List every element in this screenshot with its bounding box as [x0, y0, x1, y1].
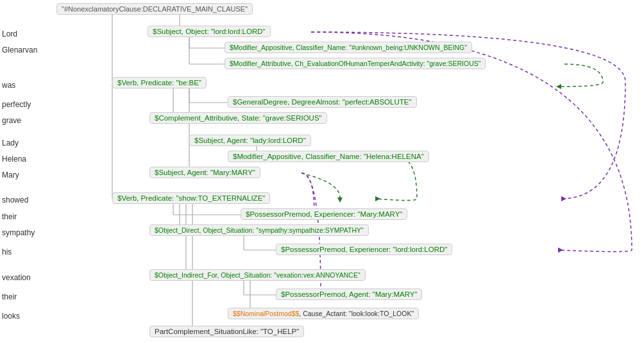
- svg-marker-64: [375, 196, 380, 201]
- svg-marker-58: [337, 197, 343, 203]
- node-nominal-post: $$NominalPostmod$$, Cause_Actant: "look:…: [228, 308, 419, 319]
- svg-marker-59: [556, 84, 561, 89]
- word-his: his: [2, 247, 12, 256]
- word-helena: Helena: [2, 155, 26, 163]
- node-mod-appos-glenarvan: $Modifier_Appositive, Classifier_Name: "…: [225, 42, 472, 53]
- svg-marker-61: [558, 247, 563, 253]
- node-mod-attr-glenarvan: $Modifier_Attributive, Ch_EvaluationOfHu…: [225, 58, 486, 69]
- word-was: was: [2, 81, 15, 90]
- node-verb-was: $Verb, Predicate: "be:BE": [112, 77, 207, 88]
- word-looks: looks: [2, 312, 20, 321]
- word-lady: Lady: [2, 138, 19, 147]
- node-subject-lord: $Subject, Object: "lord:lord:LORD": [148, 26, 271, 37]
- node-subject-lady: $Subject, Agent: "lady:lord:LORD": [189, 135, 311, 146]
- word-sympathy: sympathy: [2, 228, 35, 237]
- word-vexation: vexation: [2, 273, 31, 282]
- word-grave: grave: [2, 116, 21, 125]
- node-part-comp: PartComplement_SituationLike: "TO_HELP": [149, 326, 304, 337]
- node-poss-their2: $PossessorPremod, Agent: "Mary:MARY": [276, 289, 422, 300]
- word-mary: Mary: [2, 171, 19, 180]
- word-lord: Lord: [2, 29, 17, 38]
- word-showed: showed: [2, 196, 28, 205]
- node-obj-indirect: $Object_Indirect_For, Object_Situation: …: [149, 269, 366, 281]
- node-root: "#NonexclamatoryClause:DECLARATIVE_MAIN_…: [56, 3, 253, 15]
- node-gen-degree: $GeneralDegree, DegreeAlmost: "perfect:A…: [228, 96, 417, 108]
- word-their: their: [2, 212, 17, 221]
- node-subject-mary: $Subject, Agent: "Mary:MARY": [149, 167, 260, 178]
- node-verb-showed: $Verb, Predicate: "show:TO_EXTERNALIZE": [112, 192, 270, 204]
- word-perfectly: perfectly: [2, 100, 31, 109]
- node-mod-appos-helena: $Modifier_Appositive, Classifier_Name: "…: [228, 151, 429, 162]
- diagram: Lord Glenarvan was perfectly grave Lady …: [0, 0, 644, 343]
- node-obj-direct: $Object_Direct, Object_Situation: "sympa…: [149, 224, 369, 236]
- node-poss-his: $PossessorPremod, Experiencer: "lord:lor…: [276, 244, 452, 255]
- node-poss-their: $PossessorPremod, Experiencer: "Mary:MAR…: [241, 208, 407, 220]
- svg-marker-60: [561, 196, 566, 201]
- node-comp-attr: $Complement_Attributive, State: "grave:S…: [149, 112, 327, 124]
- word-glenarvan: Glenarvan: [2, 46, 37, 54]
- word-their2: their: [2, 292, 17, 301]
